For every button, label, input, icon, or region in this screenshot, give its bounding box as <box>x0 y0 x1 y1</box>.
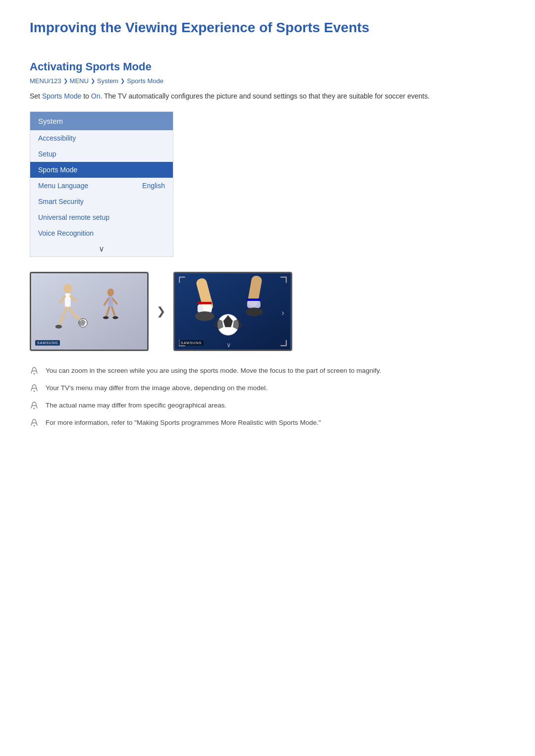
menu-item-voice-recognition[interactable]: Voice Recognition <box>30 225 173 241</box>
note-icon-3 <box>30 401 40 411</box>
breadcrumb-item-2[interactable]: MENU <box>70 77 89 85</box>
note-item-4: For more information, refer to "Making S… <box>30 418 505 428</box>
highlight-on: On <box>91 92 101 100</box>
section-title: Activating Sports Mode <box>30 60 505 73</box>
description-text: Set Sports Mode to On. The TV automatica… <box>30 91 505 101</box>
menu-item-language[interactable]: Menu Language English <box>30 178 173 194</box>
note-icon-2 <box>30 384 40 394</box>
note-text-2: Your TV's menu may differ from the image… <box>46 383 268 393</box>
breadcrumb-item-4[interactable]: Sports Mode <box>127 77 163 85</box>
menu-header: System <box>30 112 173 130</box>
note-icon-1 <box>30 366 40 376</box>
menu-item-sports-mode[interactable]: Sports Mode <box>30 162 173 178</box>
note-item-2: Your TV's menu may differ from the image… <box>30 383 505 394</box>
svg-rect-25 <box>198 302 212 304</box>
samsung-logo-right: SAMSUNG <box>179 340 204 346</box>
notes-section: You can zoom in the screen while you are… <box>30 366 505 428</box>
svg-point-24 <box>195 311 214 321</box>
breadcrumb-arrow-3: ❯ <box>120 78 125 84</box>
note-item-3: The actual name may differ from specific… <box>30 401 505 411</box>
menu-value-language: English <box>142 182 165 190</box>
svg-text:∨: ∨ <box>226 342 231 349</box>
tv-screen-before: SAMSUNG <box>30 272 149 351</box>
comparison-arrow-icon: ❯ <box>157 305 165 318</box>
breadcrumb-item-1[interactable]: MENU/123 <box>30 77 61 85</box>
menu-item-smart-security[interactable]: Smart Security <box>30 194 173 209</box>
svg-rect-21 <box>176 273 290 350</box>
svg-rect-27 <box>247 301 261 308</box>
svg-text:›: › <box>281 307 284 317</box>
note-text-1: You can zoom in the screen while you are… <box>46 366 381 376</box>
note-text-3: The actual name may differ from specific… <box>46 401 226 410</box>
svg-point-37 <box>34 391 35 392</box>
comparison-images: SAMSUNG ❯ <box>30 272 505 351</box>
svg-point-19 <box>112 316 118 319</box>
svg-rect-1 <box>32 273 147 350</box>
note-item-1: You can zoom in the screen while you are… <box>30 366 505 376</box>
svg-point-2 <box>63 284 72 294</box>
note-text-4: For more information, refer to "Making S… <box>46 418 321 428</box>
svg-rect-13 <box>108 297 113 308</box>
svg-point-12 <box>107 289 114 296</box>
menu-item-universal-remote[interactable]: Universal remote setup <box>30 209 173 225</box>
svg-point-38 <box>34 408 35 409</box>
page-title: Improving the Viewing Experience of Spor… <box>30 20 505 41</box>
breadcrumb-item-3[interactable]: System <box>97 77 118 85</box>
svg-point-18 <box>103 316 109 319</box>
menu-label-language: Menu Language <box>38 182 88 190</box>
svg-point-28 <box>246 308 263 316</box>
tv-screen-after: › ∨ SAMSUNG <box>173 272 292 351</box>
breadcrumb-arrow-1: ❯ <box>63 78 68 84</box>
highlight-sports-mode: Sports Mode <box>42 92 81 100</box>
svg-rect-29 <box>247 299 261 301</box>
breadcrumb: MENU/123 ❯ MENU ❯ System ❯ Sports Mode <box>30 77 505 85</box>
svg-point-36 <box>34 373 35 375</box>
svg-point-39 <box>34 425 35 427</box>
samsung-logo-left: SAMSUNG <box>35 340 60 346</box>
menu-item-accessibility[interactable]: Accessibility <box>30 130 173 146</box>
svg-point-10 <box>55 325 62 329</box>
breadcrumb-arrow-2: ❯ <box>91 78 95 84</box>
menu-item-setup[interactable]: Setup <box>30 146 173 162</box>
system-menu: System Accessibility Setup Sports Mode M… <box>30 111 173 257</box>
note-icon-4 <box>30 418 40 428</box>
menu-scroll-down-icon[interactable]: ∨ <box>30 241 173 256</box>
